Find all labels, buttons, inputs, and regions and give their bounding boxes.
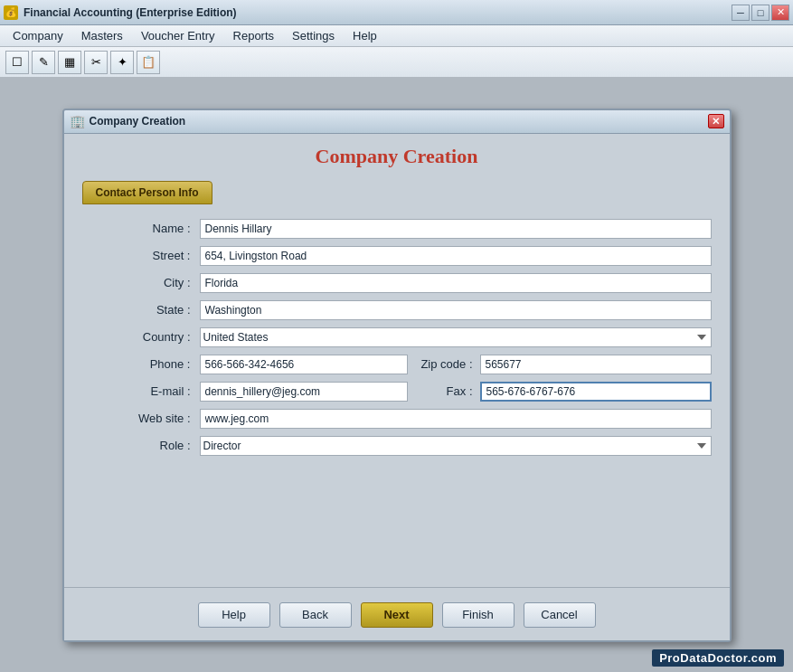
form-area: Name : Street : City : [82, 219, 712, 456]
name-label: Name : [82, 222, 200, 235]
zipcode-input[interactable] [480, 355, 712, 374]
phone-label: Phone : [82, 357, 200, 371]
title-bar: 💰 Financial Accounting (Enterprise Editi… [0, 0, 793, 25]
app-title: Financial Accounting (Enterprise Edition… [24, 6, 732, 19]
country-row: Country : United States United Kingdom C… [82, 327, 712, 347]
name-input[interactable] [200, 219, 712, 239]
website-input[interactable] [200, 409, 712, 429]
phone-zip-row: Phone : Zip code : [82, 355, 712, 374]
dialog-heading: Company Creation [82, 145, 712, 168]
menu-company[interactable]: Company [4, 27, 72, 44]
menu-voucher-entry[interactable]: Voucher Entry [132, 27, 224, 44]
toolbar: ☐ ✎ ▦ ✂ ✦ 📋 [0, 47, 793, 78]
tab-bar: Contact Person Info [82, 181, 712, 204]
toolbar-clip[interactable]: 📋 [137, 51, 160, 74]
city-label: City : [82, 276, 200, 289]
dialog-title-bar: 🏢 Company Creation ✕ [64, 110, 730, 134]
menu-settings[interactable]: Settings [283, 27, 344, 44]
dialog-content: Company Creation Contact Person Info Nam… [64, 134, 730, 587]
dialog-close-button[interactable]: ✕ [708, 114, 724, 128]
toolbar-new[interactable]: ☐ [5, 51, 29, 74]
content-area: 🏢 Company Creation ✕ Company Creation Co… [0, 78, 793, 672]
state-row: State : [82, 300, 712, 320]
role-label: Role : [82, 439, 200, 452]
menu-bar: Company Masters Voucher Entry Reports Se… [0, 25, 793, 47]
help-button[interactable]: Help [198, 602, 270, 628]
menu-help[interactable]: Help [344, 27, 386, 44]
email-input[interactable] [200, 382, 408, 402]
toolbar-cloud[interactable]: ✦ [110, 51, 134, 74]
maximize-button[interactable]: □ [751, 5, 769, 21]
toolbar-grid[interactable]: ▦ [58, 51, 81, 74]
email-label: E-mail : [82, 384, 200, 398]
website-row: Web site : [82, 409, 712, 429]
website-label: Web site : [82, 412, 200, 425]
menu-reports[interactable]: Reports [224, 27, 284, 44]
zipcode-label: Zip code : [408, 357, 480, 371]
city-input[interactable] [200, 273, 712, 293]
back-button[interactable]: Back [279, 602, 352, 628]
fax-input[interactable] [480, 382, 712, 402]
toolbar-cut[interactable]: ✂ [84, 51, 108, 74]
watermark: ProDataDoctor.com [652, 649, 784, 667]
role-row: Role : Director Manager Accountant Consu… [82, 436, 712, 456]
country-select[interactable]: United States United Kingdom Canada Aust… [200, 327, 712, 347]
fax-label: Fax : [408, 384, 480, 398]
company-creation-dialog: 🏢 Company Creation ✕ Company Creation Co… [62, 109, 732, 642]
street-input[interactable] [200, 246, 712, 266]
dialog-footer: Help Back Next Finish Cancel [64, 587, 730, 640]
dialog-title: Company Creation [90, 115, 708, 128]
phone-input[interactable] [200, 355, 408, 374]
country-label: Country : [82, 330, 200, 344]
state-input[interactable] [200, 300, 712, 320]
street-label: Street : [82, 249, 200, 262]
menu-masters[interactable]: Masters [72, 27, 132, 44]
state-label: State : [82, 303, 200, 317]
name-row: Name : [82, 219, 712, 239]
role-select[interactable]: Director Manager Accountant Consultant [200, 436, 712, 456]
dialog-icon: 🏢 [70, 114, 84, 128]
main-window: 💰 Financial Accounting (Enterprise Editi… [0, 0, 793, 672]
window-controls: ─ □ ✕ [732, 5, 789, 21]
next-button[interactable]: Next [361, 602, 433, 628]
app-icon: 💰 [4, 5, 18, 20]
minimize-button[interactable]: ─ [732, 5, 750, 21]
toolbar-edit[interactable]: ✎ [32, 51, 55, 74]
close-button[interactable]: ✕ [771, 5, 789, 21]
city-row: City : [82, 273, 712, 293]
tab-contact-person-info[interactable]: Contact Person Info [82, 181, 212, 204]
finish-button[interactable]: Finish [442, 602, 515, 628]
street-row: Street : [82, 246, 712, 266]
cancel-button[interactable]: Cancel [524, 602, 596, 628]
email-fax-row: E-mail : Fax : [82, 382, 712, 402]
